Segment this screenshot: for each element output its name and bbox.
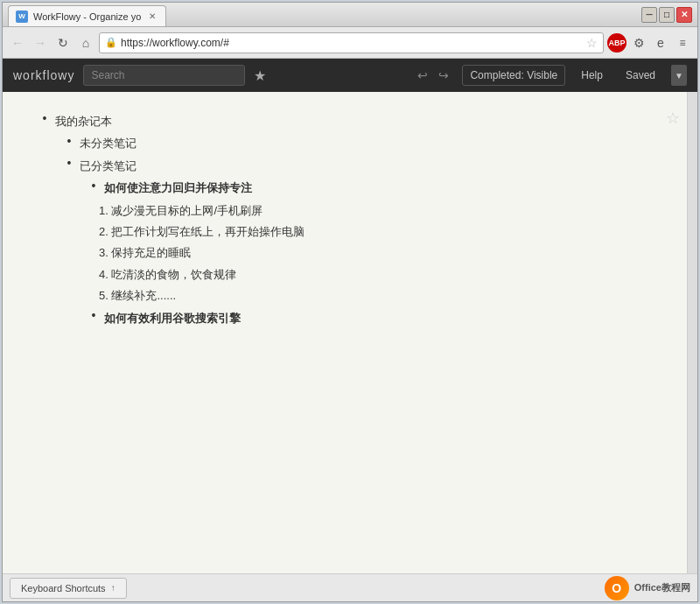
tab-area: W WorkFlowy - Organize yo ✕ <box>8 3 641 26</box>
browser-tab[interactable]: W WorkFlowy - Organize yo ✕ <box>8 5 166 26</box>
list-item: 我的杂记本 <box>38 111 652 131</box>
list-item: 如何有效利用谷歌搜索引擎 <box>87 308 652 328</box>
ssl-lock-icon: 🔒 <box>105 37 117 48</box>
list-item: 未分类笔记 <box>62 133 652 153</box>
list-item: 如何使注意力回归并保持专注 <box>87 178 652 198</box>
bullet-icon <box>62 133 76 149</box>
forward-button[interactable]: → <box>31 33 50 53</box>
root-item-text: 我的杂记本 <box>55 111 652 131</box>
arrow-up-icon: ↑ <box>111 583 116 593</box>
scrollbar[interactable] <box>687 92 697 573</box>
bullet-icon <box>38 111 52 127</box>
list-item: 3. 保持充足的睡眠 <box>99 242 652 263</box>
bullet-icon <box>62 156 76 172</box>
nav-buttons: ↩ ↪ <box>413 66 453 85</box>
list-item: 已分类笔记 <box>62 156 652 176</box>
list-item: 2. 把工作计划写在纸上，再开始操作电脑 <box>99 221 652 242</box>
outline-root: 我的杂记本 未分类笔记 已分类笔记 <box>38 111 652 328</box>
title-bar: W WorkFlowy - Organize yo ✕ ─ □ ✕ <box>3 3 697 27</box>
browser-ie-icon[interactable]: e <box>651 33 670 53</box>
workflowy-logo: workflowy <box>13 68 74 82</box>
main-content: ☆ 我的杂记本 未分类笔记 已分类笔记 <box>3 92 697 573</box>
window-controls: ─ □ ✕ <box>641 7 692 23</box>
close-button[interactable]: ✕ <box>676 7 692 23</box>
saved-status: Saved <box>619 66 662 85</box>
url-bar[interactable]: 🔒 https://workflowy.com/# ☆ <box>99 32 604 53</box>
bullet-icon <box>87 308 101 324</box>
adblock-button[interactable]: ABP <box>607 33 626 53</box>
keyboard-shortcuts-label: Keyboard Shortcuts <box>21 583 106 593</box>
search-star-icon[interactable]: ★ <box>254 67 266 84</box>
watermark-text: Office教程网 <box>634 581 690 594</box>
list-item: 1. 减少漫无目标的上网/手机刷屏 <box>99 200 652 221</box>
outline-children-l2: 如何使注意力回归并保持专注 1. 减少漫无目标的上网/手机刷屏 2. 把工作计划… <box>62 178 652 328</box>
list-item: 5. 继续补充...... <box>99 285 652 306</box>
browser-ext-icon[interactable]: ⚙ <box>629 33 648 53</box>
item-text-uncategorized: 未分类笔记 <box>80 133 652 153</box>
numbered-list: 1. 减少漫无目标的上网/手机刷屏 2. 把工作计划写在纸上，再开始操作电脑 3… <box>87 200 652 306</box>
redo-button[interactable]: ↪ <box>434 66 453 85</box>
bullet-icon <box>87 178 101 193</box>
bottom-bar: Keyboard Shortcuts ↑ O Office教程网 <box>3 573 697 601</box>
maximize-button[interactable]: □ <box>659 7 675 23</box>
address-bar: ← → ↻ ⌂ 🔒 https://workflowy.com/# ☆ ABP … <box>3 27 697 59</box>
back-button[interactable]: ← <box>8 33 27 53</box>
outline-children-l1: 未分类笔记 已分类笔记 如何使注意力回归并保持专注 <box>38 133 652 328</box>
url-text: https://workflowy.com/# <box>121 37 583 49</box>
workflowy-toolbar: workflowy ★ ↩ ↪ Completed: Visible Help … <box>3 59 697 92</box>
browser-actions: ABP ⚙ e ≡ <box>607 33 692 53</box>
reload-button[interactable]: ↻ <box>53 33 73 53</box>
undo-button[interactable]: ↩ <box>413 66 432 85</box>
content-area: ☆ 我的杂记本 未分类笔记 已分类笔记 <box>3 92 687 573</box>
keyboard-shortcuts-button[interactable]: Keyboard Shortcuts ↑ <box>10 578 127 599</box>
browser-menu-button[interactable]: ≡ <box>673 33 692 53</box>
tab-close-button[interactable]: ✕ <box>146 11 158 23</box>
item-text-focus: 如何使注意力回归并保持专注 <box>104 178 652 198</box>
favorite-star-icon[interactable]: ☆ <box>666 104 680 132</box>
home-button[interactable]: ⌂ <box>76 33 95 53</box>
completed-toggle[interactable]: Completed: Visible <box>462 65 565 86</box>
bookmark-icon[interactable]: ☆ <box>586 36 598 50</box>
watermark: O Office教程网 <box>605 576 690 600</box>
help-button[interactable]: Help <box>574 66 610 85</box>
watermark-icon: O <box>605 576 629 600</box>
minimize-button[interactable]: ─ <box>641 7 657 23</box>
item-text-categorized: 已分类笔记 <box>80 156 652 176</box>
tab-label: WorkFlowy - Organize yo <box>33 11 141 22</box>
list-item: 4. 吃清淡的食物，饮食规律 <box>99 264 652 284</box>
item-text-google: 如何有效利用谷歌搜索引擎 <box>104 308 652 328</box>
search-input[interactable] <box>83 65 245 86</box>
tab-favicon: W <box>16 11 28 23</box>
account-dropdown[interactable]: ▼ <box>671 65 687 86</box>
